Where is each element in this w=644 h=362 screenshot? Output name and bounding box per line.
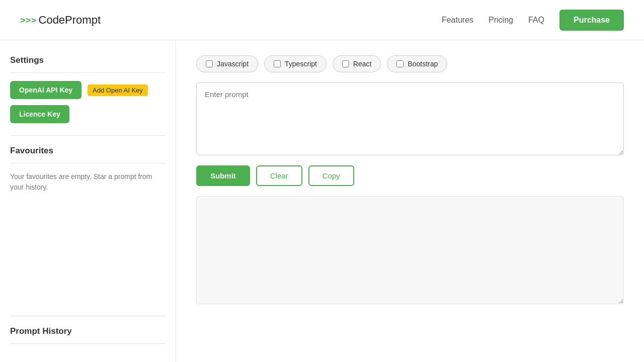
toggle-typescript[interactable]: Typescript — [264, 55, 327, 72]
copy-button[interactable]: Copy — [308, 165, 354, 186]
settings-buttons: OpenAI API Key Add Open AI Key Licence K… — [10, 81, 166, 123]
settings-section: Settings OpenAI API Key Add Open AI Key … — [10, 50, 166, 133]
toggle-typescript-label: Typescript — [285, 60, 317, 68]
favourites-title: Favourites — [10, 141, 166, 163]
header: >>> CodePrompt Features Pricing FAQ Purc… — [0, 0, 644, 40]
logo-text: CodePrompt — [39, 14, 101, 27]
toggle-bootstrap-label: Bootstrap — [408, 60, 438, 68]
checkbox-javascript[interactable] — [206, 60, 213, 67]
action-buttons: Submit Clear Copy — [196, 165, 624, 186]
language-toggles: Javascript Typescript React Bootstrap — [196, 55, 624, 72]
checkbox-bootstrap[interactable] — [396, 60, 404, 67]
nav-faq[interactable]: FAQ — [528, 16, 544, 25]
add-api-badge: Add Open AI Key — [88, 84, 148, 96]
favourites-empty-text: Your favourites are empty. Star a prompt… — [10, 171, 166, 193]
content-area: Javascript Typescript React Bootstrap Su… — [176, 40, 644, 362]
toggle-react[interactable]: React — [333, 55, 381, 72]
logo-arrows-icon: >>> — [20, 15, 37, 25]
submit-button[interactable]: Submit — [196, 165, 250, 186]
toggle-javascript[interactable]: Javascript — [196, 55, 258, 72]
licence-key-button[interactable]: Licence Key — [10, 105, 69, 123]
toggle-react-label: React — [353, 60, 372, 68]
logo: >>> CodePrompt — [20, 14, 101, 27]
toggle-javascript-label: Javascript — [217, 60, 249, 68]
checkbox-react[interactable] — [342, 60, 349, 67]
main-nav: Features Pricing FAQ Purchase — [442, 10, 624, 31]
main-layout: Settings OpenAI API Key Add Open AI Key … — [0, 40, 644, 362]
nav-pricing[interactable]: Pricing — [489, 16, 513, 25]
prompt-textarea[interactable] — [196, 82, 624, 155]
settings-title: Settings — [10, 50, 166, 73]
output-textarea[interactable] — [196, 196, 624, 304]
prompt-history-section: Prompt History — [10, 316, 166, 352]
openai-api-key-button[interactable]: OpenAI API Key — [10, 81, 82, 99]
favourites-section: Favourites Your favourites are empty. St… — [10, 135, 166, 193]
checkbox-typescript[interactable] — [274, 60, 281, 67]
licence-row: Licence Key — [10, 105, 166, 123]
purchase-button[interactable]: Purchase — [559, 10, 624, 31]
toggle-bootstrap[interactable]: Bootstrap — [387, 55, 447, 72]
clear-button[interactable]: Clear — [256, 165, 302, 186]
sidebar: Settings OpenAI API Key Add Open AI Key … — [0, 40, 176, 362]
openai-row: OpenAI API Key Add Open AI Key — [10, 81, 166, 99]
nav-features[interactable]: Features — [442, 16, 473, 25]
prompt-history-title: Prompt History — [10, 321, 166, 344]
